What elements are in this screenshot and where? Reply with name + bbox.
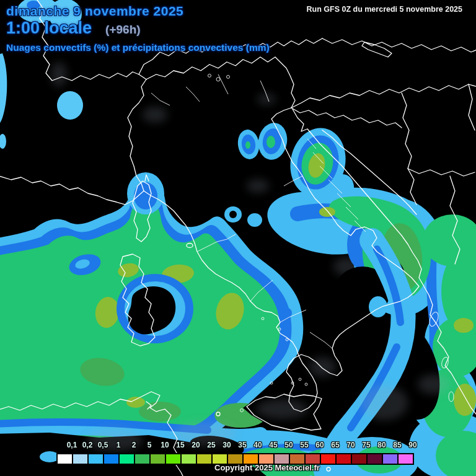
legend-boundary-label: 85 [393, 441, 401, 449]
legend-boundary-label: 70 [346, 441, 355, 449]
legend-boundary-label: 20 [192, 441, 200, 449]
legend-color-box [181, 454, 196, 464]
legend-color-box [289, 454, 305, 464]
legend-color-box [165, 454, 181, 464]
legend-boundary-label: 55 [300, 441, 308, 449]
legend-boundary-label: 50 [284, 441, 293, 449]
legend-boundary-label: 10 [161, 441, 169, 449]
forecast-local-time: 1:00 locale [6, 19, 92, 37]
legend-color-box [258, 454, 274, 464]
forecast-hour-offset: (+96h) [105, 23, 141, 36]
legend-boundary-label: 40 [253, 441, 262, 449]
forecast-time-row: 1:00 locale(+96h) [6, 19, 141, 38]
legend-boundary-label: 45 [269, 441, 277, 449]
legend-labels: 0,10,20,51251015202530354045505560657075… [56, 441, 428, 452]
legend-color-box [305, 454, 320, 464]
forecast-date: dimanche 9 novembre 2025 [6, 4, 183, 19]
legend-boundary-label: 0,5 [98, 441, 108, 449]
legend-color-box [212, 454, 227, 464]
legend-boundary-label: 25 [207, 441, 215, 449]
legend-boundary-label: 65 [331, 441, 339, 449]
legend-color-box [150, 454, 165, 464]
legend-boundary-label: 60 [315, 441, 324, 449]
legend-color-box [119, 454, 134, 464]
legend-color-box [367, 454, 382, 464]
legend-boundary-label: 35 [238, 441, 246, 449]
legend-boundary-label: 75 [362, 441, 370, 449]
legend-color-box [336, 454, 351, 464]
legend-color-box [73, 454, 88, 464]
weather-map-page: dimanche 9 novembre 2025 1:00 locale(+96… [0, 0, 476, 476]
legend-boxes [56, 453, 414, 465]
model-run-info: Run GFS 0Z du mercredi 5 novembre 2025 [307, 5, 462, 14]
legend-boundary-label: 2 [132, 441, 136, 449]
legend-color-box [196, 454, 212, 464]
legend-color-box [88, 454, 104, 464]
legend-color-box [134, 454, 150, 464]
map-parameter-subtitle: Nuages convectifs (%) et précipitations … [6, 42, 270, 53]
legend-color-box [320, 454, 336, 464]
legend-boundary-label: 30 [223, 441, 231, 449]
legend-boundary-label: 0,1 [67, 441, 77, 449]
legend-color-box [57, 454, 73, 464]
legend-boundary-label: 1 [117, 441, 121, 449]
legend-color-box [274, 454, 289, 464]
legend-boundary-label: 5 [148, 441, 152, 449]
legend-color-box [351, 454, 367, 464]
legend-boundary-label: 0,2 [82, 441, 93, 449]
legend-color-box [227, 454, 243, 464]
legend-boundary-label: 80 [377, 441, 386, 449]
legend-color-box [382, 454, 398, 464]
legend-color-box [398, 454, 413, 464]
weather-map [0, 0, 476, 476]
precipitation-color-scale: 0,10,20,51251015202530354045505560657075… [56, 441, 428, 465]
legend-color-box [104, 454, 119, 464]
legend-boundary-label: 15 [176, 441, 184, 449]
legend-boundary-label: 90 [408, 441, 416, 449]
legend-color-box [243, 454, 258, 464]
